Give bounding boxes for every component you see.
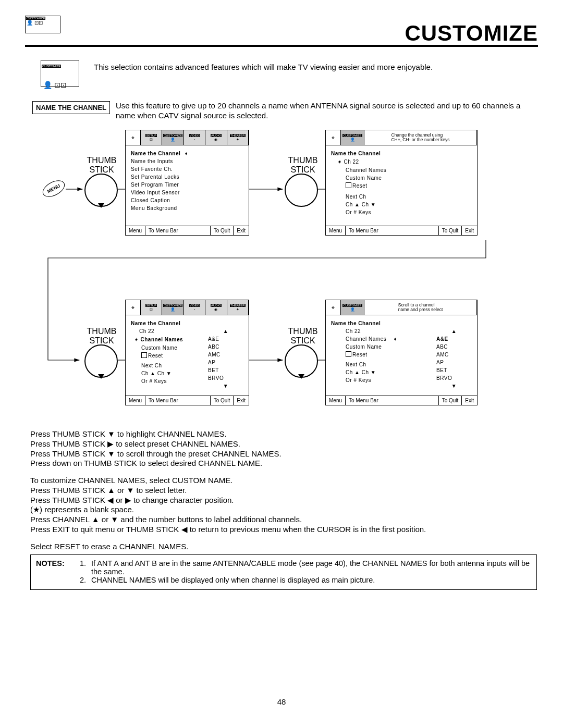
- intro-icon-label: CUSTOMIZE: [42, 65, 61, 68]
- osd2-keys: Or # Keys: [331, 208, 472, 216]
- instruction-line: Press down on THUMB STICK to select desi…: [30, 459, 532, 468]
- osd4-reset: Reset: [352, 352, 368, 357]
- footer-menu: Menu: [326, 396, 346, 405]
- osd-screen-1: ✥ SETUP⊡ CUSTOMIZE👤 VIDEO▫ AUDIO◉ THEATE…: [125, 130, 249, 236]
- osd2-chud: Ch ▲ Ch ▼: [331, 201, 472, 208]
- tab-customize: CUSTOMIZE: [163, 304, 182, 307]
- note-text: CHANNEL NAMES will be displayed only whe…: [91, 576, 531, 584]
- footer-exit: Exit: [462, 396, 477, 405]
- thumb-stick-ring-3: [84, 344, 118, 378]
- thumb-stick-ring-1: [84, 174, 118, 207]
- notes-label: NOTES:: [36, 559, 75, 576]
- osd2-heading: Name the Channel: [331, 151, 381, 156]
- footer-exit: Exit: [234, 396, 249, 405]
- page-number: 48: [0, 697, 563, 706]
- tab-setup: SETUP: [145, 304, 157, 307]
- footer-toquit: To Quit: [211, 396, 234, 405]
- instruction-line: (★) represents a blank space.: [30, 505, 532, 515]
- thumb-stick-label-3: THUMBSTICK: [73, 327, 130, 345]
- footer-menu: Menu: [126, 396, 145, 405]
- channel-name: AP: [436, 359, 472, 366]
- instructions-block: Press THUMB STICK ▼ to highlight CHANNEL…: [30, 429, 532, 551]
- osd3-chud: Ch ▲ Ch ▼: [131, 369, 208, 377]
- osd2-next: Next Ch: [331, 193, 472, 201]
- thumb-stick-ring-2: [285, 174, 318, 207]
- osd1-item: Closed Caption: [131, 196, 243, 204]
- osd2-ch: Ch 22: [344, 159, 359, 165]
- channel-name: A&E: [208, 335, 243, 343]
- channel-name: ABC: [208, 343, 243, 351]
- instruction-line: Press THUMB STICK ▲ or ▼ to select lette…: [30, 486, 532, 496]
- tab-audio: AUDIO: [211, 304, 222, 307]
- osd3-ch: Ch 22: [131, 327, 208, 335]
- osd4-hint: Scroll to a channel name and press selec…: [398, 303, 443, 313]
- osd1-item: Menu Background: [131, 204, 243, 212]
- tab-video: VIDEO: [189, 304, 200, 307]
- osd3-heading: Name the Channel: [131, 320, 180, 326]
- intro-customize-icon: CUSTOMIZE 👤 ⊡⊡: [41, 60, 79, 87]
- osd3-next: Next Ch: [131, 362, 208, 369]
- footer-toquit: To Quit: [211, 226, 234, 235]
- osd3-reset: Reset: [148, 353, 163, 359]
- menu-button-icon: MENU: [42, 182, 66, 195]
- tab-customize: CUSTOMIZE: [163, 134, 182, 137]
- channel-name-selected: A&E: [436, 336, 448, 342]
- footer-tobar: To Menu Bar: [145, 226, 211, 235]
- osd2-hint: Change the channel using CH+, CH- or the…: [391, 133, 449, 143]
- osd-screen-3: ✥ SETUP⊡ CUSTOMIZE👤 VIDEO▫ AUDIO◉ THEATE…: [125, 300, 249, 405]
- instruction-line: Select RESET to erase a CHANNEL NAMES.: [30, 542, 532, 552]
- osd4-keys: Or # Keys: [331, 376, 436, 384]
- channel-name: AP: [208, 359, 243, 366]
- footer-tobar: To Menu Bar: [346, 226, 439, 235]
- note-number: 1.: [75, 559, 86, 576]
- instruction-line: Press THUMB STICK ▶ to select preset CHA…: [30, 439, 532, 449]
- osd1-item: Set Parental Locks: [131, 173, 243, 181]
- osd-screen-4: ✥ CUSTOMIZE👤 Scroll to a channel name an…: [325, 300, 478, 405]
- tab-theater: THEATER: [230, 134, 246, 137]
- osd1-item: Set Favorite Ch.: [131, 165, 243, 173]
- header-customize-icon: CUSTOMIZE 👤 ⊡⊡: [25, 16, 60, 33]
- osd1-heading: Name the Channel: [131, 151, 180, 156]
- footer-toquit: To Quit: [439, 226, 462, 235]
- thumb-stick-label-4: THUMBSTICK: [274, 327, 332, 345]
- osd1-item: Video Input Sensor: [131, 189, 243, 196]
- osd4-ch: Ch 22: [331, 327, 436, 335]
- osd2-line: Channel Names: [331, 166, 472, 174]
- notes-box: NOTES: 1. If ANT A and ANT B are in the …: [30, 554, 537, 590]
- name-the-channel-description: Use this feature to give up to 20 channe…: [116, 101, 532, 121]
- instruction-line: Press THUMB STICK ▼ to scroll through th…: [30, 449, 532, 459]
- tab-audio: AUDIO: [211, 134, 222, 137]
- osd1-item: Name the Inputs: [131, 157, 243, 165]
- thumb-stick-label-2: THUMBSTICK: [274, 156, 332, 174]
- osd1-item: Set Program Timer: [131, 181, 243, 189]
- thumb-stick-label-1: THUMBSTICK: [73, 156, 130, 174]
- osd4-next: Next Ch: [331, 361, 436, 368]
- channel-name: BET: [208, 366, 243, 374]
- channel-name: AMC: [436, 351, 472, 359]
- channel-name: ABC: [436, 343, 472, 351]
- title-rule: [25, 45, 538, 47]
- menu-button-label: MENU: [46, 183, 61, 194]
- osd2-reset: Reset: [352, 183, 368, 189]
- osd4-heading: Name the Channel: [331, 320, 381, 326]
- instruction-line: Press THUMB STICK ▼ to highlight CHANNEL…: [30, 429, 532, 439]
- footer-exit: Exit: [234, 226, 249, 235]
- instruction-line: Press EXIT to quit menu or THUMB STICK ◀…: [30, 525, 532, 535]
- footer-exit: Exit: [462, 226, 477, 235]
- channel-name: BRVO: [436, 374, 472, 382]
- osd-screen-2: ✥ CUSTOMIZE👤 Change the channel using CH…: [325, 130, 478, 236]
- footer-menu: Menu: [326, 226, 346, 235]
- osd3-line: Custom Name: [131, 344, 208, 352]
- footer-menu: Menu: [126, 226, 145, 235]
- tab-video: VIDEO: [189, 134, 200, 137]
- osd4-chud: Ch ▲ Ch ▼: [331, 368, 436, 376]
- name-the-channel-label: NAME THE CHANNEL: [32, 101, 110, 114]
- page-title: CUSTOMIZE: [405, 21, 538, 46]
- channel-name: AMC: [208, 351, 243, 359]
- tab-customize: CUSTOMIZE: [342, 304, 362, 307]
- intro-text: This selection contains advanced feature…: [94, 63, 532, 71]
- instruction-line: To customize CHANNEL NAMES, select CUSTO…: [30, 476, 532, 486]
- footer-tobar: To Menu Bar: [145, 396, 211, 405]
- flow-diagram: MENU THUMBSTICK ✥ SETUP⊡ CUSTOMIZE👤 VIDE…: [32, 128, 531, 419]
- tab-theater: THEATER: [230, 304, 246, 307]
